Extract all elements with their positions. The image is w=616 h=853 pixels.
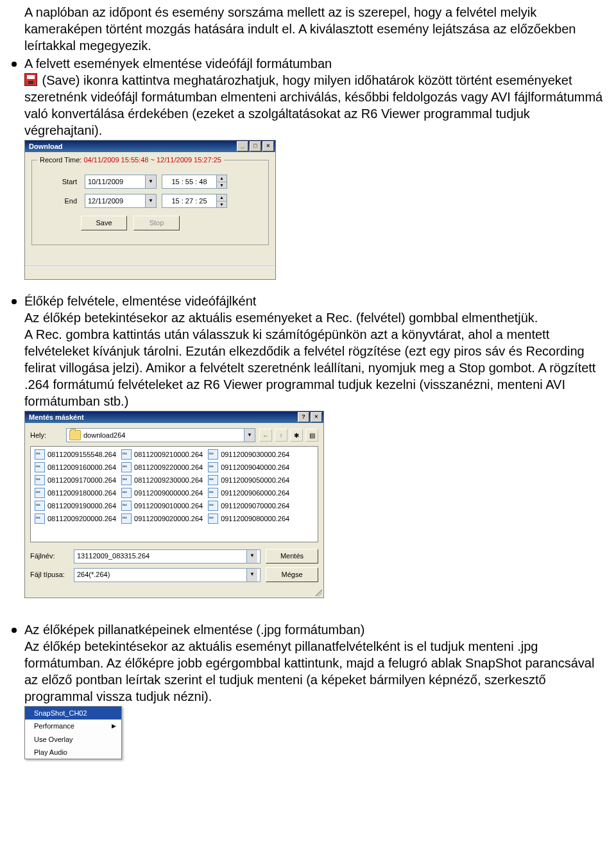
file-name: 08112009160000.264 — [47, 463, 116, 472]
file-item[interactable]: 08112009200000.264 — [35, 513, 116, 524]
file-item[interactable]: 09112009060000.264 — [208, 488, 289, 498]
bullet-icon — [12, 62, 17, 67]
file-name: 08112009210000.264 — [134, 450, 203, 459]
file-item[interactable]: 09112009040000.264 — [208, 462, 289, 472]
file-icon — [35, 462, 45, 472]
file-item[interactable]: 09112009070000.264 — [208, 501, 289, 511]
file-icon — [121, 462, 132, 472]
file-item[interactable]: 08112009170000.264 — [35, 475, 116, 485]
start-time-value: 15 : 55 : 48 — [162, 177, 216, 186]
chevron-down-icon[interactable]: ▼ — [246, 569, 257, 582]
close-button[interactable]: × — [262, 141, 274, 151]
file-item[interactable]: 08112009230000.264 — [121, 475, 203, 485]
folder-combo[interactable]: download264 ▼ — [66, 428, 255, 442]
spin-up-icon[interactable]: ▲ — [217, 194, 227, 202]
file-name: 08112009180000.264 — [47, 488, 116, 497]
filetype-value: 264(*.264) — [77, 570, 110, 579]
end-label: End — [38, 196, 80, 205]
new-folder-icon[interactable]: ✱ — [290, 429, 303, 442]
cancel-button[interactable]: Mégse — [266, 567, 318, 582]
bullet4-body: Az élőkép betekintésekor az aktuális ese… — [24, 639, 594, 703]
bullet-icon — [12, 299, 17, 304]
filename-label: Fájlnév: — [30, 551, 69, 560]
spin-up-icon[interactable]: ▲ — [217, 175, 227, 182]
end-date-value: 12/11/2009 — [85, 196, 145, 205]
file-name: 08112009200000.264 — [47, 514, 116, 523]
spin-down-icon[interactable]: ▼ — [217, 202, 227, 208]
file-name: 09112009010000.264 — [134, 501, 203, 510]
file-icon — [35, 501, 45, 511]
file-item[interactable]: 09112009010000.264 — [121, 501, 203, 511]
file-icon — [208, 501, 218, 511]
file-name: 09112009040000.264 — [221, 463, 289, 472]
ctx-overlay[interactable]: Use Overlay — [25, 733, 121, 746]
folder-name: download264 — [83, 431, 244, 440]
download-titlebar[interactable]: Download _ □ × — [25, 141, 275, 152]
file-item[interactable]: 08112009190000.264 — [35, 501, 116, 511]
view-menu-icon[interactable]: ▤ — [305, 429, 318, 442]
context-menu: SnapShot_CH02 Performance▶ Use Overlay P… — [24, 706, 122, 759]
file-icon — [208, 449, 218, 460]
file-item[interactable]: 08112009180000.264 — [35, 488, 116, 498]
file-item[interactable]: 08112009220000.264 — [121, 462, 203, 472]
end-time-input[interactable]: 15 : 27 : 25 ▲▼ — [162, 194, 227, 208]
save-as-dialog: Mentés másként ? × Hely: download264 ▼ ←… — [24, 411, 324, 598]
help-button[interactable]: ? — [298, 412, 309, 422]
file-item[interactable]: 09112009050000.264 — [208, 475, 289, 485]
end-time-value: 15 : 27 : 25 — [162, 196, 216, 205]
end-date-input[interactable]: 12/11/2009 ▼ — [85, 194, 157, 208]
file-icon — [35, 449, 45, 460]
file-item[interactable]: 09112009080000.264 — [208, 513, 289, 524]
file-name: 08112009220000.264 — [134, 463, 203, 472]
close-button[interactable]: × — [311, 412, 322, 422]
location-label: Hely: — [30, 431, 62, 440]
bullet4-title: Az élőképek pillanatképeinek elmentése (… — [24, 623, 364, 637]
filetype-input[interactable]: 264(*.264)▼ — [74, 568, 261, 582]
start-time-input[interactable]: 15 : 55 : 48 ▲▼ — [162, 175, 227, 189]
filename-input[interactable]: 13112009_083315.264▼ — [74, 549, 261, 564]
file-name: 09112009030000.264 — [221, 450, 289, 459]
bullet2-body: (Save) ikonra kattintva meghatározhatjuk… — [24, 73, 603, 137]
file-item[interactable]: 09112009000000.264 — [121, 488, 203, 498]
record-time-group: Record Time: 04/11/2009 15:55:48 ~ 12/11… — [31, 160, 269, 245]
file-item[interactable]: 09112009030000.264 — [208, 449, 289, 460]
file-name: 08112009170000.264 — [47, 476, 116, 485]
maximize-button[interactable]: □ — [250, 141, 261, 151]
ctx-audio[interactable]: Play Audio — [25, 746, 121, 759]
file-item[interactable]: 08112009160000.264 — [35, 462, 116, 472]
file-name: 09112009050000.264 — [221, 476, 289, 485]
file-list[interactable]: 08112009155548.26408112009160000.2640811… — [30, 446, 318, 542]
file-icon — [121, 513, 132, 524]
ctx-performance-label: Performance — [34, 721, 74, 730]
filetype-label: Fájl típusa: — [30, 570, 69, 579]
file-icon — [35, 475, 45, 485]
chevron-down-icon[interactable]: ▼ — [145, 175, 156, 188]
save-button[interactable]: Mentés — [266, 549, 318, 564]
file-name: 09112009060000.264 — [221, 488, 289, 497]
file-icon — [208, 462, 218, 472]
stop-button[interactable]: Stop — [133, 216, 180, 230]
ctx-performance[interactable]: Performance▶ — [25, 719, 121, 732]
file-item[interactable]: 08112009210000.264 — [121, 449, 203, 460]
ctx-snapshot[interactable]: SnapShot_CH02 — [25, 707, 121, 719]
file-item[interactable]: 08112009155548.264 — [35, 449, 116, 460]
spin-down-icon[interactable]: ▼ — [217, 182, 227, 189]
ctx-overlay-label: Use Overlay — [34, 735, 73, 744]
up-icon[interactable]: ↑ — [275, 429, 287, 442]
record-time-label: Record Time: — [40, 156, 81, 164]
start-date-input[interactable]: 10/11/2009 ▼ — [85, 175, 157, 189]
file-item[interactable]: 09112009020000.264 — [121, 513, 203, 524]
filename-value: 13112009_083315.264 — [77, 551, 150, 560]
status-bar — [25, 266, 275, 279]
chevron-down-icon[interactable]: ▼ — [246, 550, 257, 563]
minimize-button[interactable]: _ — [237, 141, 248, 151]
save-button[interactable]: Save — [81, 216, 127, 230]
bullet-icon — [12, 628, 17, 633]
save-as-titlebar[interactable]: Mentés másként ? × — [25, 411, 323, 423]
back-icon[interactable]: ← — [259, 429, 272, 442]
resize-grip-icon[interactable] — [313, 587, 322, 596]
file-icon — [35, 513, 45, 524]
chevron-down-icon[interactable]: ▼ — [244, 429, 255, 442]
chevron-down-icon[interactable]: ▼ — [145, 194, 156, 207]
file-icon — [121, 475, 132, 485]
